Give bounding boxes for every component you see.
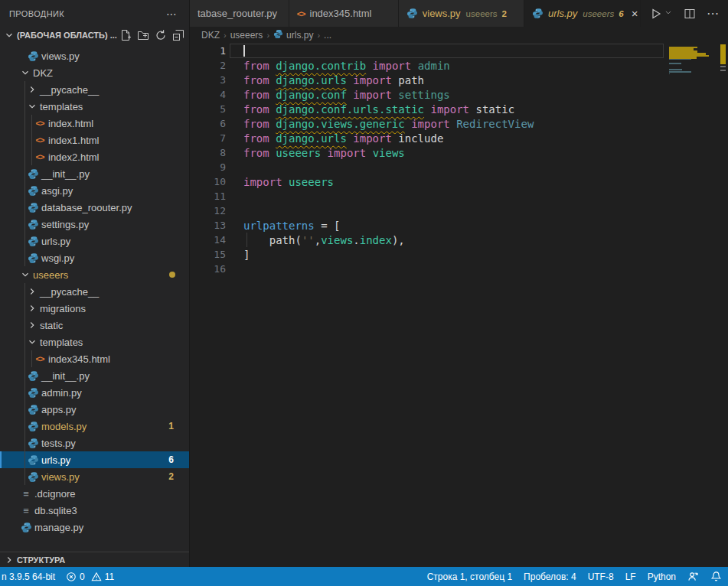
more-actions-button[interactable]: ⋯ — [707, 6, 719, 21]
code-line-text: from django.contrib import admin — [226, 60, 450, 72]
code-line-7[interactable]: 7from django.urls import include — [190, 131, 664, 145]
tree-item-DKZ[interactable]: DKZ — [0, 64, 189, 81]
editor-actions: ⋯ — [641, 0, 728, 27]
status-language-mode[interactable]: Python — [648, 571, 676, 582]
code-line-2[interactable]: 2from django.contrib import admin — [190, 58, 664, 73]
tree-item-asgi-py[interactable]: asgi.py — [0, 182, 189, 199]
status-encoding[interactable]: UTF-8 — [588, 571, 614, 582]
tree-item-label: db.sqlite3 — [34, 505, 77, 516]
tree-item-static[interactable]: static — [0, 317, 189, 334]
explorer-more-actions-icon[interactable]: ⋯ — [163, 8, 180, 20]
code-line-9[interactable]: 9 — [190, 160, 664, 174]
feedback-icon[interactable] — [687, 571, 699, 582]
tree-item-index-html[interactable]: <>index.html — [0, 115, 189, 132]
python-icon — [26, 219, 40, 230]
chevron-down-icon[interactable] — [664, 8, 673, 19]
tree-item-wsgi-py[interactable]: wsgi.py — [0, 249, 189, 266]
tree-item-settings-py[interactable]: settings.py — [0, 216, 189, 233]
tree-item-manage-py[interactable]: manage.py — [0, 519, 189, 536]
tree-item-admin-py[interactable]: admin.py — [0, 384, 189, 401]
breadcrumb-item-useeers[interactable]: useeers — [230, 30, 263, 41]
tab-folder-hint: useeers — [466, 9, 498, 18]
chevron-right-icon — [26, 84, 38, 95]
code-line-6[interactable]: 6from django.views.generic import Redire… — [190, 116, 664, 131]
tab-label: urls.py — [548, 8, 577, 19]
file-tree: views.pyDKZ__pycache__templates<>index.h… — [0, 44, 189, 552]
tree-item-migrations[interactable]: migrations — [0, 300, 189, 317]
bell-icon[interactable] — [710, 571, 722, 582]
indent-guide — [246, 233, 247, 247]
tree-item-views-py[interactable]: views.py — [0, 47, 189, 64]
collapse-all-icon[interactable] — [172, 29, 184, 41]
tree-item-label: views.py — [41, 471, 80, 483]
tree-item-templates[interactable]: templates — [0, 334, 189, 350]
tree-item-views-py[interactable]: views.py2 — [0, 468, 189, 485]
explorer-title: ПРОВОДНИК — [9, 9, 64, 18]
status-bar: n 3.9.5 64-bit011 Строка 1, столбец 1Про… — [0, 567, 728, 586]
split-editor-button[interactable] — [684, 8, 696, 20]
code-line-10[interactable]: 10import useeers — [190, 174, 664, 189]
tree-item--dcignore[interactable]: ≡.dcignore — [0, 485, 189, 502]
tab-views-py[interactable]: views.pyuseeers2 — [399, 0, 524, 27]
minimap[interactable] — [668, 43, 718, 567]
tab-urls-py[interactable]: urls.pyuseeers6× — [524, 0, 641, 27]
tree-item-urls-py[interactable]: urls.py — [0, 233, 189, 249]
workspace-section-header[interactable]: (РАБОЧАЯ ОБЛАСТЬ) ... — [0, 27, 189, 44]
chevron-down-icon — [19, 67, 31, 78]
code-line-3[interactable]: 3from django.urls import path — [190, 73, 664, 87]
breadcrumb-item-urls-py[interactable]: urls.py — [273, 29, 313, 41]
tree-item-useeers[interactable]: useeers — [0, 266, 189, 283]
tree-item-db-sqlite3[interactable]: ≡db.sqlite3 — [0, 502, 189, 519]
chevron-right-icon — [26, 303, 38, 314]
breadcrumb-label: useeers — [230, 30, 263, 41]
code-line-15[interactable]: 15] — [190, 247, 664, 262]
status-indentation[interactable]: Пробелов: 4 — [524, 571, 576, 582]
status-python-interpreter[interactable]: n 3.9.5 64-bit — [2, 571, 55, 582]
tree-item-tests-py[interactable]: tests.py — [0, 435, 189, 451]
tree-item-models-py[interactable]: models.py1 — [0, 418, 189, 435]
tree-item-database-roouter-py[interactable]: database_roouter.py — [0, 199, 189, 216]
run-button[interactable] — [650, 8, 673, 20]
code-line-1[interactable]: 1 — [190, 44, 664, 58]
code-line-4[interactable]: 4from django.conf import settings — [190, 87, 664, 102]
new-file-icon[interactable] — [119, 29, 132, 41]
tree-item-index2-html[interactable]: <>index2.html — [0, 148, 189, 165]
new-folder-icon[interactable] — [137, 29, 149, 41]
tree-indent-guide — [31, 350, 32, 367]
code-line-text: urlpatterns = [ — [226, 220, 340, 232]
chevron-right-icon — [26, 320, 38, 330]
editor-group: tabase_roouter.py<>index345.htmlviews.py… — [190, 0, 728, 567]
code-line-16[interactable]: 16 — [190, 262, 664, 276]
tree-item--init-py[interactable]: __init__.py — [0, 165, 189, 182]
tree-item-apps-py[interactable]: apps.py — [0, 401, 189, 418]
refresh-icon[interactable] — [155, 29, 167, 41]
close-icon[interactable]: × — [630, 7, 640, 20]
tree-item-index345-html[interactable]: <>index345.html — [0, 350, 189, 367]
tab-label: views.py — [423, 8, 461, 19]
tab-tabase-roouter-py[interactable]: tabase_roouter.py — [190, 0, 289, 27]
outline-section-header[interactable]: СТРУКТУРА — [0, 552, 189, 567]
python-icon — [26, 370, 40, 382]
status-cursor-position[interactable]: Строка 1, столбец 1 — [427, 571, 512, 582]
tab-label: index345.html — [310, 8, 372, 19]
tree-item-templates[interactable]: templates — [0, 98, 189, 115]
code-line-13[interactable]: 13urlpatterns = [ — [190, 218, 664, 233]
tab-index345-html[interactable]: <>index345.html — [289, 0, 399, 27]
code-line-12[interactable]: 12 — [190, 203, 664, 218]
tree-item-urls-py[interactable]: urls.py6 — [0, 451, 189, 468]
tree-item--pycache-[interactable]: __pycache__ — [0, 283, 189, 300]
status-eol[interactable]: LF — [625, 571, 636, 582]
tree-item--init-py[interactable]: __init__.py — [0, 367, 189, 384]
tree-item--pycache-[interactable]: __pycache__ — [0, 81, 189, 98]
code-editor[interactable]: 12from django.contrib import admin3from … — [190, 43, 728, 567]
tree-item-index1-html[interactable]: <>index1.html — [0, 132, 189, 148]
code-line-14[interactable]: 14 path('',views.index), — [190, 233, 664, 247]
breadcrumb-item-DKZ[interactable]: DKZ — [201, 30, 220, 41]
breadcrumb-item--[interactable]: ... — [324, 30, 331, 41]
code-line-5[interactable]: 5from django.conf.urls.static import sta… — [190, 102, 664, 116]
code-line-11[interactable]: 11 — [190, 189, 664, 203]
python-icon — [26, 438, 40, 449]
status-problems[interactable]: 011 — [66, 571, 114, 582]
code-line-8[interactable]: 8from useeers import views — [190, 145, 664, 160]
tab-problems-badge: 2 — [502, 9, 507, 18]
